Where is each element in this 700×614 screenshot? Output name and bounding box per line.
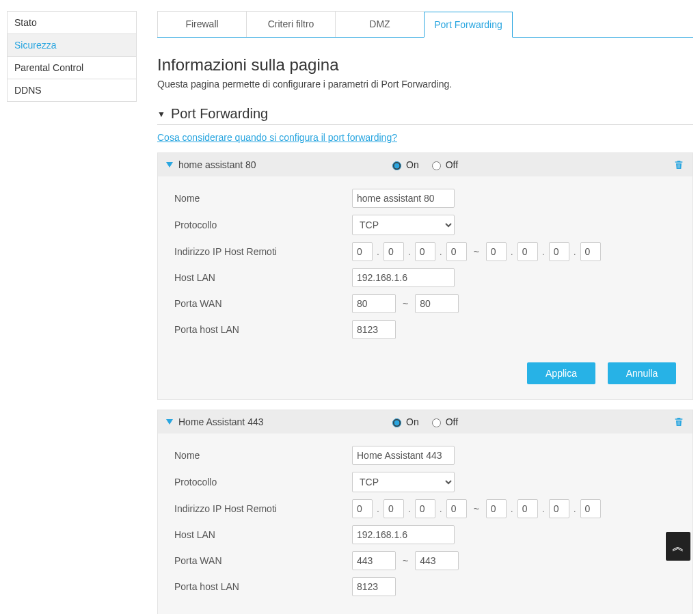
rule-panel: home assistant 80 On Off Nome Protocollo (157, 152, 693, 400)
input-remote-to-4[interactable] (580, 499, 601, 518)
main-content: Firewall Criteri filtro DMZ Port Forward… (157, 11, 693, 614)
label-lan-host: Host LAN (174, 272, 352, 283)
input-remote-from-1[interactable] (352, 242, 373, 261)
input-remote-to-2[interactable] (517, 242, 538, 261)
radio-on-input[interactable] (392, 161, 401, 170)
radio-off-input[interactable] (432, 161, 441, 170)
input-wan-port-to[interactable] (415, 551, 459, 570)
sidebar-item-sicurezza[interactable]: Sicurezza (7, 34, 137, 57)
input-remote-to-3[interactable] (549, 499, 569, 518)
rule-title: home assistant 80 (178, 159, 383, 170)
sidebar-item-ddns[interactable]: DDNS (7, 79, 137, 102)
tab-label: Port Forwarding (434, 19, 502, 30)
input-remote-to-1[interactable] (486, 242, 507, 261)
input-lan-host[interactable] (352, 525, 455, 544)
radio-off-input[interactable] (432, 418, 441, 427)
radio-on-label: On (406, 416, 419, 427)
page-description: Questa pagina permette di configurare i … (157, 79, 693, 90)
trash-icon (673, 416, 684, 428)
label-protocol: Protocollo (174, 477, 352, 488)
input-remote-to-3[interactable] (549, 242, 569, 261)
tab-label: Firewall (185, 18, 218, 29)
label-wan-port: Porta WAN (174, 298, 352, 309)
label-protocol: Protocollo (174, 219, 352, 230)
radio-off-label: Off (446, 416, 458, 427)
select-protocol[interactable]: TCP (352, 472, 455, 492)
sidebar-item-label: Stato (14, 17, 37, 28)
rule-panel-body: Nome Protocollo TCP Indirizzo IP Host Re… (158, 176, 692, 399)
radio-off-label: Off (446, 159, 458, 170)
input-remote-from-4[interactable] (446, 242, 467, 261)
label-wan-port: Porta WAN (174, 555, 352, 566)
input-remote-to-2[interactable] (517, 499, 538, 518)
rule-toggle: On Off (389, 159, 458, 170)
input-remote-from-2[interactable] (383, 499, 404, 518)
page-title: Informazioni sulla pagina (157, 55, 693, 75)
tab-criteri-filtro[interactable]: Criteri filtro (246, 11, 335, 37)
label-remote-ip: Indirizzo IP Host Remoti (174, 246, 352, 257)
sidebar-item-label: DDNS (14, 85, 42, 96)
input-lan-port[interactable] (352, 577, 396, 596)
radio-on-label: On (406, 159, 419, 170)
collapse-icon[interactable] (166, 419, 173, 425)
tabs: Firewall Criteri filtro DMZ Port Forward… (157, 11, 693, 38)
tab-label: Criteri filtro (268, 18, 314, 29)
collapse-icon[interactable] (166, 162, 173, 168)
label-name: Nome (174, 193, 352, 204)
apply-button[interactable]: Applica (527, 362, 595, 384)
rule-title: Home Assistant 443 (178, 416, 383, 427)
rule-panel-header: home assistant 80 On Off (158, 153, 692, 176)
rule-panel-body: Nome Protocollo TCP Indirizzo IP Host Re… (158, 433, 692, 614)
scroll-to-top-button[interactable]: ︽ (666, 532, 690, 561)
radio-on[interactable]: On (389, 159, 419, 170)
input-wan-port-from[interactable] (352, 294, 396, 313)
input-name[interactable] (352, 446, 455, 465)
rule-panel: Home Assistant 443 On Off Nome Protocoll… (157, 410, 693, 614)
input-remote-from-3[interactable] (415, 499, 435, 518)
radio-off[interactable]: Off (429, 159, 458, 170)
radio-off[interactable]: Off (429, 416, 458, 427)
rule-toggle: On Off (389, 416, 458, 427)
input-remote-from-4[interactable] (446, 499, 467, 518)
section-title: Port Forwarding (171, 106, 268, 122)
select-protocol[interactable]: TCP (352, 215, 455, 235)
sidebar: Stato Sicurezza Parental Control DDNS (7, 11, 137, 614)
input-wan-port-from[interactable] (352, 551, 396, 570)
cancel-button[interactable]: Annulla (608, 362, 676, 384)
label-lan-port: Porta host LAN (174, 324, 352, 335)
rule-panel-header: Home Assistant 443 On Off (158, 410, 692, 433)
radio-on-input[interactable] (392, 418, 401, 427)
delete-rule-button[interactable] (673, 416, 684, 428)
input-remote-to-1[interactable] (486, 499, 507, 518)
tab-dmz[interactable]: DMZ (335, 11, 424, 37)
sidebar-item-label: Parental Control (14, 62, 83, 73)
input-remote-from-1[interactable] (352, 499, 373, 518)
input-remote-from-2[interactable] (383, 242, 404, 261)
chevron-up-icon: ︽ (672, 538, 684, 555)
sidebar-item-label: Sicurezza (14, 40, 56, 51)
input-lan-host[interactable] (352, 268, 455, 287)
sidebar-item-parental-control[interactable]: Parental Control (7, 57, 137, 79)
tab-label: DMZ (369, 18, 390, 29)
delete-rule-button[interactable] (673, 159, 684, 171)
label-lan-host: Host LAN (174, 529, 352, 540)
trash-icon (673, 159, 684, 171)
label-remote-ip: Indirizzo IP Host Remoti (174, 503, 352, 514)
input-remote-to-4[interactable] (580, 242, 601, 261)
help-link[interactable]: Cosa considerare quando si configura il … (157, 132, 397, 143)
section-header[interactable]: ▼ Port Forwarding (157, 106, 693, 125)
label-name: Nome (174, 450, 352, 461)
label-lan-port: Porta host LAN (174, 581, 352, 592)
radio-on[interactable]: On (389, 416, 419, 427)
input-wan-port-to[interactable] (415, 294, 459, 313)
input-name[interactable] (352, 189, 455, 208)
tab-port-forwarding[interactable]: Port Forwarding (424, 12, 513, 38)
sidebar-item-stato[interactable]: Stato (7, 11, 137, 34)
collapse-icon: ▼ (157, 109, 165, 119)
tab-firewall[interactable]: Firewall (157, 11, 246, 37)
input-remote-from-3[interactable] (415, 242, 435, 261)
input-lan-port[interactable] (352, 320, 396, 339)
